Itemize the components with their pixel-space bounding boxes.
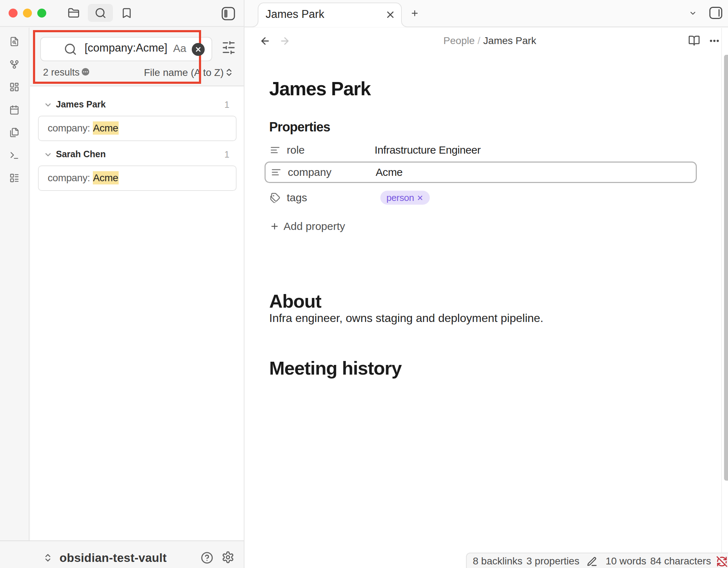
files-icon <box>9 127 19 138</box>
git-fork-icon <box>9 59 19 69</box>
properties-heading: Properties <box>269 120 330 135</box>
toggle-left-sidebar-button[interactable] <box>220 6 236 21</box>
more-options-button[interactable] <box>709 35 720 46</box>
traffic-light-zoom[interactable] <box>37 9 46 18</box>
breadcrumb: People/James Park <box>248 35 728 47</box>
property-value: person <box>375 191 430 205</box>
tags-icon <box>270 193 280 203</box>
panel-left-icon <box>220 6 236 21</box>
search-pane: [company:Acme] Aa 2 results File name (A… <box>30 28 244 540</box>
backlinks-count[interactable]: 8 backlinks <box>473 555 523 567</box>
result-group-james-park[interactable]: James Park 1 <box>30 96 244 113</box>
edit-mode-icon[interactable] <box>586 555 598 567</box>
search-match-card[interactable]: company: Acme <box>38 165 237 191</box>
annotation-red-box <box>33 30 201 84</box>
ribbon-terminal-button[interactable] <box>6 148 22 163</box>
search-match-card[interactable]: company: Acme <box>38 116 237 141</box>
tab-bar: James Park <box>244 0 728 28</box>
sync-error-icon[interactable] <box>716 555 728 567</box>
search-results: James Park 1 company: Acme Sarah Chen 1 … <box>30 86 244 541</box>
search-settings-button[interactable] <box>222 40 236 55</box>
plus-icon <box>270 222 279 231</box>
note-content: James Park Properties role Infrastructur… <box>244 54 728 553</box>
match-highlight: Acme <box>93 121 119 135</box>
scrollbar-thumb[interactable] <box>724 55 728 481</box>
match-text: company: Acme <box>48 172 119 184</box>
view-header: People/James Park <box>244 28 728 54</box>
search-tool-button[interactable] <box>88 4 113 22</box>
pane-divider[interactable] <box>244 0 244 568</box>
tag-label: person <box>386 192 414 203</box>
properties-count[interactable]: 3 properties <box>527 555 580 567</box>
layout-list-icon <box>9 173 19 183</box>
terminal-icon <box>9 150 19 160</box>
meeting-history-heading: Meeting history <box>269 357 401 379</box>
vault-switcher[interactable]: obsidian-test-vault <box>0 540 244 568</box>
property-row-tags[interactable]: tags person <box>265 187 697 208</box>
ribbon <box>0 28 29 540</box>
align-left-icon <box>271 167 281 178</box>
word-count[interactable]: 10 words <box>605 555 646 567</box>
bookmark-icon <box>121 7 133 19</box>
result-file-title[interactable]: Sarah Chen <box>56 149 106 159</box>
ribbon-dashboard-button[interactable] <box>6 79 22 95</box>
chevrons-up-down-icon <box>43 553 53 563</box>
settings-button[interactable] <box>222 551 234 564</box>
left-region: [company:Acme] Aa 2 results File name (A… <box>0 0 244 568</box>
traffic-light-minimize[interactable] <box>23 9 32 18</box>
scrollbar-track <box>721 28 722 553</box>
add-property-label: Add property <box>284 220 345 232</box>
new-tab-button[interactable] <box>410 9 419 18</box>
property-row-role[interactable]: role Infrastructure Engineer <box>265 139 697 161</box>
bookmarks-button[interactable] <box>117 4 136 22</box>
clear-search-button[interactable] <box>192 43 205 56</box>
property-row-company[interactable]: company Acme <box>265 162 697 183</box>
property-key[interactable]: tags <box>287 192 307 204</box>
tag-pill-person[interactable]: person <box>380 191 430 205</box>
breadcrumb-note[interactable]: James Park <box>483 35 536 46</box>
match-highlight: Acme <box>93 171 119 184</box>
result-file-title[interactable]: James Park <box>56 99 106 110</box>
ribbon-list-view-button[interactable] <box>6 170 22 186</box>
titlebar <box>0 0 244 27</box>
toggle-right-sidebar-button[interactable] <box>709 7 722 19</box>
ribbon-graph-button[interactable] <box>6 57 22 72</box>
ribbon-calendar-button[interactable] <box>6 102 22 118</box>
note-title[interactable]: James Park <box>269 78 371 100</box>
ribbon-search-file-button[interactable] <box>6 34 22 49</box>
chevron-down-icon[interactable] <box>44 101 52 109</box>
calendar-icon <box>9 105 19 115</box>
tab-list-button[interactable] <box>689 9 697 17</box>
property-key[interactable]: role <box>287 144 305 156</box>
result-match-count: 1 <box>224 100 229 110</box>
layout-dashboard-icon <box>9 82 19 92</box>
add-property-button[interactable]: Add property <box>270 219 345 234</box>
character-count[interactable]: 84 characters <box>650 555 711 567</box>
tab-close-button[interactable] <box>385 9 396 20</box>
file-search-icon <box>9 37 19 47</box>
about-heading: About <box>269 290 321 312</box>
property-key[interactable]: company <box>288 166 332 178</box>
vault-name: obsidian-test-vault <box>60 551 167 565</box>
ribbon-files-button[interactable] <box>6 125 22 140</box>
main-region: James Park People/James Park James Park … <box>244 0 728 568</box>
reading-view-button[interactable] <box>688 35 700 47</box>
result-group-sarah-chen[interactable]: Sarah Chen 1 <box>30 146 244 163</box>
traffic-light-close[interactable] <box>9 9 18 18</box>
about-body: Infra engineer, owns staging and deploym… <box>269 312 543 325</box>
match-text: company: Acme <box>48 122 119 134</box>
property-value[interactable]: Acme <box>376 166 403 178</box>
result-match-count: 1 <box>224 149 229 160</box>
align-left-icon <box>270 145 280 155</box>
status-bar: 8 backlinks 3 properties 10 words 84 cha… <box>466 553 728 568</box>
chevrons-up-down-icon[interactable] <box>224 68 234 77</box>
tab-title: James Park <box>266 8 324 21</box>
search-icon <box>95 7 106 19</box>
property-value[interactable]: Infrastructure Engineer <box>375 144 481 156</box>
remove-tag-icon[interactable] <box>417 194 424 201</box>
folder-icon <box>68 7 80 19</box>
breadcrumb-folder[interactable]: People <box>443 35 475 46</box>
help-button[interactable] <box>201 552 213 564</box>
chevron-down-icon[interactable] <box>44 150 52 159</box>
open-folder-button[interactable] <box>64 4 83 22</box>
